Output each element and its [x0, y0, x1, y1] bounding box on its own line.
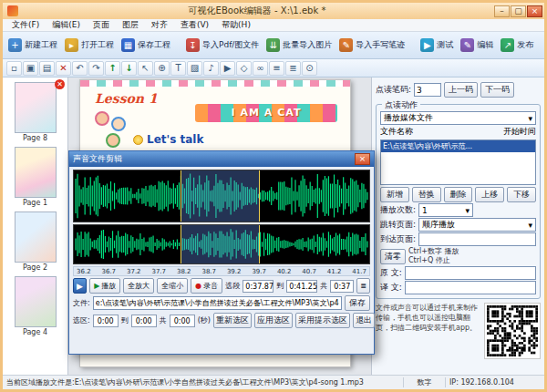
page-thumbnail-item[interactable]: Page 4 — [5, 276, 65, 336]
menu-item[interactable]: 查看(V) — [174, 19, 215, 31]
playlist-play-button[interactable]: ▶ — [73, 278, 87, 294]
time-tick-label: 38.2 — [177, 268, 191, 275]
dialog-close-button[interactable]: × — [355, 153, 370, 165]
toolbar-button[interactable]: ⇊ 批量导入图片 — [263, 35, 335, 57]
translation-input[interactable] — [405, 281, 536, 294]
waveform-detail[interactable] — [73, 224, 370, 264]
tool-icon[interactable]: ♪ — [203, 61, 219, 76]
menu-bar: 文件(F)编辑(E)页面图层对齐查看(V)帮助(H) — [3, 19, 544, 32]
menu-item[interactable]: 帮助(H) — [215, 19, 257, 31]
media-file-item[interactable]: E:\点读笔\内容\外研\示范... — [381, 140, 535, 152]
tool-icon[interactable]: ▣ — [23, 61, 38, 76]
tool-icon[interactable]: ↖ — [138, 61, 153, 76]
audio-file-path-input[interactable] — [93, 296, 342, 310]
menu-item[interactable]: 页面 — [87, 19, 116, 31]
tool-icon[interactable]: ↓ — [121, 61, 137, 76]
tool-icon[interactable]: ⊙ — [302, 61, 317, 76]
toolbar-button[interactable]: ▶ 测试 — [417, 35, 457, 57]
dialog-title: 声音文件剪辑 — [73, 153, 122, 165]
zoom-in-button[interactable]: 全放大 — [123, 278, 154, 294]
menu-item[interactable]: 文件(F) — [5, 19, 46, 31]
toolbar-button[interactable]: ✎ 导入手写笔迹 — [335, 35, 408, 57]
time-tick-label: 41.7 — [352, 268, 366, 275]
time-tick-label: 39.7 — [252, 268, 266, 275]
qr-code — [484, 303, 541, 359]
use-hint-selection-button[interactable]: 采用提示选区 — [295, 313, 350, 328]
action-select[interactable]: 播放媒体文件 ▾ — [380, 111, 536, 125]
menu-item[interactable]: 图层 — [116, 19, 145, 31]
pen-settings-panel: 点读笔码: 上一码 下一码 点读动作 播放媒体文件 ▾ 文件名称 开始时间 — [371, 77, 544, 375]
waveform-overview[interactable] — [73, 170, 370, 222]
action-select-value: 播放媒体文件 — [384, 112, 433, 124]
page-thumbnail[interactable] — [15, 82, 57, 133]
pen-code-input[interactable] — [414, 83, 441, 97]
save-audio-button[interactable]: 保存 — [345, 295, 370, 311]
tool-icon[interactable]: ◇ — [236, 61, 252, 76]
prev-code-button[interactable]: 上一码 — [444, 82, 478, 98]
play-button[interactable]: ▶ 播放 — [89, 278, 120, 294]
tool-icon[interactable]: ∞ — [253, 61, 268, 76]
tool-icon[interactable]: T — [170, 61, 186, 76]
jump-page-select[interactable]: 顺序播放 ▾ — [418, 218, 536, 232]
list-action-button[interactable]: 删除 — [444, 187, 473, 202]
zoom-out-button[interactable]: 全缩小 — [157, 278, 188, 294]
close-button[interactable]: × — [527, 5, 542, 17]
time-tick-label: 39.2 — [227, 268, 242, 275]
list-action-button[interactable]: 下移 — [507, 187, 536, 202]
reselect-button[interactable]: 重新选区 — [213, 313, 252, 328]
toolbar-button-icon: ✎ — [460, 38, 474, 52]
source-text-input[interactable] — [405, 266, 536, 280]
page-thumbnail-item[interactable]: Page 1 — [5, 147, 65, 207]
sel-end-box: 0:00 — [131, 315, 157, 327]
list-action-button[interactable]: 上移 — [475, 187, 504, 202]
minimize-button[interactable]: – — [494, 5, 510, 17]
toolbar-button-icon: ↗ — [501, 38, 514, 52]
tool-icon[interactable]: ↶ — [72, 61, 88, 76]
delete-page-icon[interactable]: ✕ — [55, 79, 65, 89]
hotkey-line-2: Ctrl+Q 停止 — [408, 256, 459, 265]
maximize-button[interactable]: ▢ — [511, 5, 526, 17]
toolbar-button[interactable]: ▦ 保存工程 — [118, 35, 174, 57]
tool-icon[interactable]: ≡ — [269, 61, 284, 76]
pen-code-label: 点读笔码: — [376, 84, 411, 96]
play-count-value: 1 — [422, 206, 428, 215]
record-button[interactable]: ● 录音 — [191, 278, 222, 294]
menu-item[interactable]: 对齐 — [145, 19, 174, 31]
toolbar-button[interactable]: + 新建工程 — [5, 35, 61, 57]
toolbar-button[interactable]: ↗ 发布 — [497, 35, 537, 57]
page-thumbnail-item[interactable]: Page 2 — [5, 211, 65, 272]
menu-item[interactable]: 编辑(E) — [46, 19, 87, 31]
dialog-titlebar[interactable]: 声音文件剪辑 × — [69, 151, 374, 167]
selection-band[interactable] — [181, 225, 260, 263]
toolbar-button-icon: ▦ — [121, 38, 135, 52]
tool-icon[interactable]: ≣ — [285, 61, 301, 76]
tool-icon[interactable]: ▫ — [6, 61, 22, 76]
page-thumbnail[interactable] — [15, 276, 57, 327]
tool-icon[interactable]: ▤ — [39, 61, 55, 76]
page-thumbnail[interactable] — [15, 211, 57, 263]
toolbar-button[interactable]: ✎ 编辑 — [457, 35, 497, 57]
reach-page-input[interactable] — [418, 232, 536, 246]
selection-band[interactable] — [181, 170, 260, 222]
tool-icon[interactable]: ↑ — [105, 61, 120, 76]
media-file-list[interactable]: E:\点读笔\内容\外研\示范... — [380, 139, 536, 185]
play-count-select[interactable]: 1 ▾ — [418, 203, 473, 217]
tool-icon[interactable]: ✕ — [56, 61, 71, 76]
sel-start-box: 0:00 — [93, 315, 119, 327]
tool-icon[interactable]: ▶ — [220, 61, 235, 76]
clear-button[interactable]: 清零 — [380, 249, 406, 264]
toolbar-button[interactable]: ↧ 导入Pdf/图文件 — [182, 35, 263, 57]
view-options-button[interactable]: ≣ — [356, 278, 370, 294]
list-action-button[interactable]: 替换 — [412, 187, 441, 202]
next-code-button[interactable]: 下一码 — [480, 82, 514, 98]
page-thumbnail-item[interactable]: Page 8 — [5, 82, 65, 142]
apply-selection-button[interactable]: 应用选区 — [254, 313, 293, 328]
exit-button[interactable]: 退出 — [353, 313, 375, 328]
toolbar-button[interactable]: ▸ 打开工程 — [61, 35, 118, 57]
tool-icon[interactable]: ⊕ — [154, 61, 170, 76]
tool-icon[interactable]: ▨ — [187, 61, 202, 76]
page-thumbnail[interactable] — [15, 147, 57, 198]
list-action-button[interactable]: 新增 — [380, 187, 409, 202]
tool-icon[interactable]: ↷ — [88, 61, 104, 76]
sel-to-label: 到 — [121, 315, 129, 325]
